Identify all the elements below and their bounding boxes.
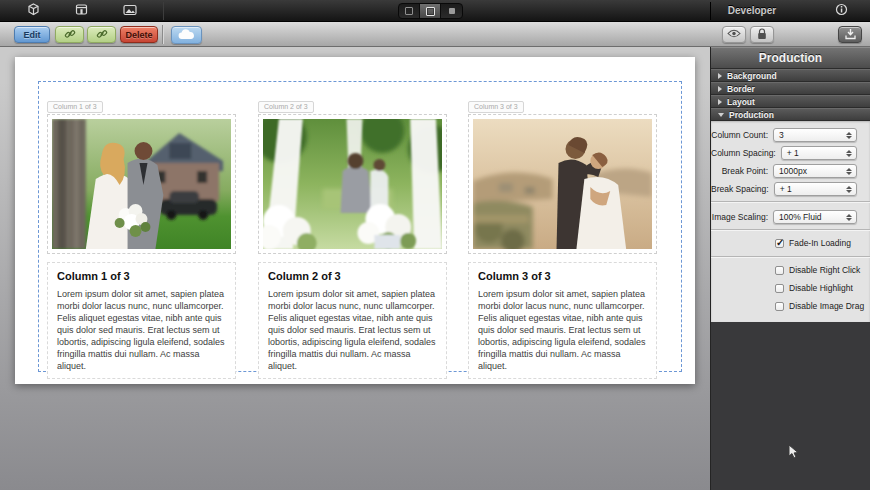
photo-ceremony-drapes (263, 119, 442, 249)
design-canvas: Column 1 of 3 (0, 47, 711, 490)
checkbox-label: Disable Right Click (789, 265, 860, 275)
disclosure-triangle-icon (718, 73, 722, 79)
field-break-spacing: Break Spacing: + 1 (711, 182, 870, 196)
image-box-1[interactable] (47, 114, 236, 254)
fade-in-loading-checkbox[interactable] (775, 239, 784, 248)
select-value: 1000px (779, 166, 846, 176)
stepper-icon (846, 132, 853, 139)
view-mode-edit-selected[interactable] (420, 4, 441, 18)
panel-title-developer: Developer (712, 0, 792, 22)
field-label: Break Spacing: (711, 184, 769, 194)
app-window: Developer Edit Delete (0, 0, 870, 490)
link-button-2[interactable] (87, 26, 116, 43)
text-box-3[interactable]: Column 3 of 3 Lorem ipsum dolor sit amet… (468, 262, 657, 379)
column-count-select[interactable]: 3 (773, 128, 857, 142)
column-2: Column 2 of 3 (258, 95, 447, 379)
section-production[interactable]: Production (711, 108, 870, 121)
column-3: Column 3 of 3 (468, 95, 657, 379)
field-label: Column Count: (711, 130, 768, 140)
text-box-2[interactable]: Column 2 of 3 Lorem ipsum dolor sit amet… (258, 262, 447, 379)
stepper-icon (846, 214, 853, 221)
column-spacing-select[interactable]: + 1 (781, 146, 857, 160)
outline-square-icon (405, 7, 413, 15)
select-value: 3 (779, 130, 846, 140)
top-menubar: Developer (0, 0, 870, 22)
eye-icon (727, 29, 741, 40)
publish-button[interactable] (171, 26, 202, 44)
media-button[interactable] (121, 3, 139, 19)
break-point-select[interactable]: 1000px (773, 164, 857, 178)
lock-icon (757, 28, 767, 42)
divider (711, 201, 870, 202)
select-value: + 1 (780, 184, 846, 194)
image-box-2[interactable] (258, 114, 447, 254)
disclosure-triangle-icon (718, 113, 724, 117)
image-scaling-select[interactable]: 100% Fluid (773, 210, 857, 224)
lock-button[interactable] (750, 26, 774, 43)
field-label: Column Spacing: (711, 148, 776, 158)
disclosure-triangle-icon (718, 86, 722, 92)
disable-highlight-checkbox[interactable] (775, 284, 784, 293)
cube-icon (27, 2, 40, 20)
edit-button[interactable]: Edit (14, 26, 50, 43)
text-box-1[interactable]: Column 1 of 3 Lorem ipsum dolor sit amet… (47, 262, 236, 379)
link-icon (64, 28, 76, 42)
break-spacing-select[interactable]: + 1 (774, 182, 857, 196)
menubar-separator (163, 2, 164, 20)
section-label: Background (727, 71, 777, 81)
widgets-button[interactable] (24, 3, 42, 19)
bracket-square-icon (426, 7, 435, 16)
stepper-icon (846, 168, 853, 175)
checkbox-disable-image-drag: Disable Image Drag (711, 301, 870, 311)
window-icon (75, 2, 88, 20)
mouse-cursor (788, 444, 800, 464)
disclosure-triangle-icon (718, 99, 722, 105)
cloud-icon (178, 29, 195, 42)
info-button[interactable] (832, 3, 850, 19)
photo-couple-sunset (473, 119, 652, 249)
select-value: + 1 (787, 148, 846, 158)
field-column-spacing: Column Spacing: + 1 (711, 146, 870, 160)
view-mode-segmented-control (398, 3, 463, 19)
link-button-1[interactable] (55, 26, 84, 43)
delete-button[interactable]: Delete (120, 26, 158, 43)
column-heading: Column 2 of 3 (268, 270, 437, 282)
disable-image-drag-checkbox[interactable] (775, 302, 784, 311)
section-border[interactable]: Border (711, 82, 870, 95)
page[interactable]: Column 1 of 3 (15, 57, 695, 384)
image-box-3[interactable] (468, 114, 657, 254)
action-toolbar: Edit Delete (0, 22, 870, 47)
section-label: Border (727, 84, 755, 94)
production-panel-header: Production (711, 47, 870, 69)
field-column-count: Column Count: 3 (711, 128, 870, 142)
download-icon (845, 28, 856, 42)
view-mode-arrange[interactable] (399, 4, 420, 18)
checkbox-fade-in-loading: Fade-In Loading (711, 238, 870, 248)
column-body-text: Lorem ipsum dolor sit amet, sapien plate… (268, 288, 437, 372)
field-image-scaling: Image Scaling: 100% Fluid (711, 210, 870, 224)
production-settings: Column Count: 3 Column Spacing: + 1 Brea… (711, 121, 870, 322)
view-mode-preview[interactable] (441, 4, 462, 18)
visibility-button[interactable] (722, 26, 746, 43)
column-body-text: Lorem ipsum dolor sit amet, sapien plate… (478, 288, 647, 372)
field-label: Break Point: (722, 166, 768, 176)
checkbox-disable-highlight: Disable Highlight (711, 283, 870, 293)
section-background[interactable]: Background (711, 69, 870, 82)
section-layout[interactable]: Layout (711, 95, 870, 108)
image-icon (123, 2, 137, 20)
field-label: Image Scaling: (712, 212, 768, 222)
toolbar-separator (162, 25, 163, 44)
column-1: Column 1 of 3 (47, 95, 236, 379)
column-body-text: Lorem ipsum dolor sit amet, sapien plate… (57, 288, 226, 372)
info-icon (835, 2, 848, 20)
stepper-icon (846, 186, 853, 193)
checkbox-label: Disable Highlight (789, 283, 853, 293)
divider (711, 256, 870, 257)
select-value: 100% Fluid (779, 212, 846, 222)
field-break-point: Break Point: 1000px (711, 164, 870, 178)
pages-button[interactable] (72, 3, 90, 19)
section-label: Layout (727, 97, 755, 107)
photo-couple-by-tree (52, 119, 231, 249)
export-button[interactable] (838, 26, 862, 43)
disable-right-click-checkbox[interactable] (775, 266, 784, 275)
